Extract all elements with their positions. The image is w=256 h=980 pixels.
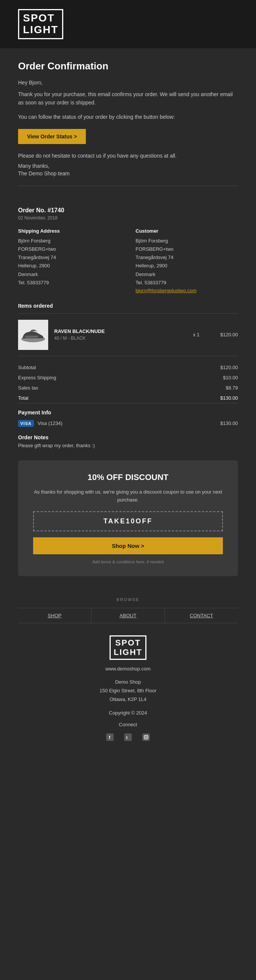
footer-address-line2: Ottawa, K2P 1L4 [18,695,238,703]
tax-row: Sales tax $8.79 [18,383,238,393]
svg-rect-4 [124,733,132,741]
shipping-cost-label: Express Shipping [18,375,56,380]
order-section: Order No. #1740 02 November, 2018 Shippi… [0,207,256,460]
header: SPOT LIGHT [0,0,256,48]
footer-address-line1: 150 Elgin Street, 8th Floor [18,686,238,695]
item-variant: 40 / M - BLACK [54,336,187,341]
discount-description: As thanks for shopping with us, we're gi… [33,488,223,504]
divider [18,186,238,186]
item-name: RAVEN BLACK/NUDE [54,328,187,334]
footer-connect: Connect [18,722,238,727]
subtotal-row: Subtotal $120.00 [18,362,238,372]
coupon-code: TAKE10OFF [33,511,223,531]
item-price: $120.00 [212,332,238,337]
payment-row: VISA Visa (1234) $130.00 [18,420,238,427]
shipping-tel: Tel. 53833779 [18,278,120,287]
svg-rect-1 [25,336,38,337]
footer-copyright: Copyright © 2024 [18,710,238,716]
thanks-text: Many thanks, [18,163,238,169]
visa-badge: VISA [18,420,34,427]
payment-divider [18,403,238,404]
shipping-country: Denmark [18,270,120,278]
svg-text:t: t [126,735,128,740]
logo: SPOT LIGHT [18,9,63,39]
subtotal-label: Subtotal [18,364,36,370]
item-image [18,320,48,350]
shipping-address-col: Shipping Address Björn Forsberg FORSBERG… [18,228,120,294]
items-label: Items ordered [18,303,238,309]
items-divider [18,313,238,314]
shipping-company: FORSBERG+two [18,245,120,253]
customer-email[interactable]: bjorn@forsbergplustwo.com [136,288,196,293]
customer-col: Customer Björn Forsberg FORSBERG+two Tra… [136,228,238,294]
shipping-city: Hellerup, 2900 [18,262,120,270]
twitter-icon[interactable]: t [123,732,133,743]
customer-country: Denmark [136,270,238,278]
social-icons: f t [18,732,238,743]
notes-label: Order Notes [18,434,238,441]
instagram-icon[interactable] [141,732,151,743]
footer-logo-line1: SPOT [115,638,141,648]
payment-section: Payment Info VISA Visa (1234) $130.00 [18,409,238,427]
customer-city: Hellerup, 2900 [136,262,238,270]
footer-logo: SPOT LIGHT [109,635,147,660]
total-value: $130.00 [220,395,238,401]
payment-left: VISA Visa (1234) [18,420,63,427]
shipping-label: Shipping Address [18,228,120,234]
contact-text: Please do not hesitate to contact us if … [18,151,238,160]
customer-company: FORSBERG+two [136,245,238,253]
shipping-name: Björn Forsberg [18,237,120,245]
footer: SPOT LIGHT www.demoshop.com Demo Shop 15… [0,623,256,754]
follow-text: You can follow the status of your order … [18,113,238,121]
contact-link[interactable]: CONTACT [165,608,238,623]
customer-name: Björn Forsberg [136,237,238,245]
about-link[interactable]: ABOUT [92,608,165,623]
totals-divider [18,356,238,356]
view-order-button[interactable]: View Order Status > [18,129,86,144]
total-label: Total [18,395,28,401]
nav-links: SHOP ABOUT CONTACT [18,608,238,623]
footer-nav: BROWSE SHOP ABOUT CONTACT [0,588,256,623]
notes-text: Please gift wrap my order, thanks :) [18,443,238,448]
facebook-icon[interactable]: f [105,732,115,743]
page-title: Order Confirmation [18,60,238,72]
footer-address: Demo Shop 150 Elgin Street, 8th Floor Ot… [18,678,238,704]
purchase-text: Thank you for your purchase, this email … [18,90,238,107]
terms-text: Add terms & conditions here, if needed [33,560,223,564]
shoe-icon [20,325,46,344]
grand-total-row: Total $130.00 [18,393,238,403]
subtotal-value: $120.00 [220,364,238,370]
order-date: 02 November, 2018 [18,215,238,221]
shop-link[interactable]: SHOP [18,608,92,623]
discount-section: 10% OFF DISCOUNT As thanks for shopping … [18,460,238,576]
svg-point-9 [147,736,148,737]
payment-card-text: Visa (1234) [38,420,63,426]
totals-section: Subtotal $120.00 Express Shipping $10.00… [18,362,238,403]
customer-label: Customer [136,228,238,234]
item-info: RAVEN BLACK/NUDE 40 / M - BLACK [54,328,187,341]
email-wrapper: SPOT LIGHT Order Confirmation Hey Bjorn,… [0,0,256,754]
main-content: Order Confirmation Hey Bjorn, Thank you … [0,48,256,207]
browse-label: BROWSE [18,597,238,602]
payment-info-label: Payment Info [18,409,238,415]
logo-line1: SPOT [23,12,55,24]
tax-value: $8.79 [226,385,238,391]
shipping-street: Tranegårdsvej 74 [18,253,120,262]
footer-logo-line2: LIGHT [114,648,142,657]
table-row: RAVEN BLACK/NUDE 40 / M - BLACK x 1 $120… [18,320,238,350]
item-quantity: x 1 [193,332,199,337]
logo-line2: LIGHT [23,24,58,35]
customer-tel: Tel. 53833779 [136,278,238,287]
tax-label: Sales tax [18,385,38,391]
payment-amount: $130.00 [220,420,238,426]
svg-rect-6 [142,733,150,741]
notes-section: Order Notes Please gift wrap my order, t… [18,434,238,448]
addresses-row: Shipping Address Björn Forsberg FORSBERG… [18,228,238,294]
discount-title: 10% OFF DISCOUNT [33,473,223,482]
shipping-row: Express Shipping $10.00 [18,372,238,383]
order-number: Order No. #1740 [18,207,238,214]
footer-company: Demo Shop [18,678,238,686]
shipping-cost-value: $10.00 [223,375,238,380]
shop-now-button[interactable]: Shop Now > [33,537,223,554]
customer-street: Tranegårdsvej 74 [136,253,238,262]
